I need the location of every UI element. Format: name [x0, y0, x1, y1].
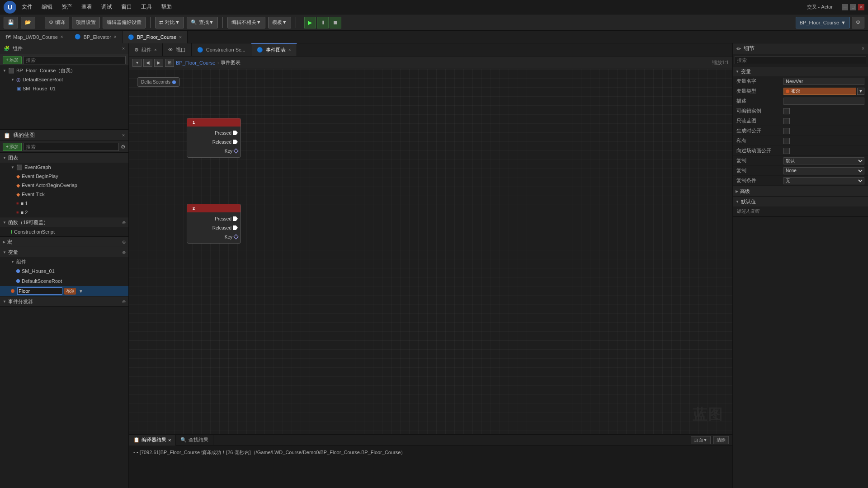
bp-settings-btn[interactable]: ⚙ — [852, 17, 864, 28]
macros-section-header[interactable]: ▶ 宏 ⊕ — [0, 237, 128, 247]
inner-tab-viewport[interactable]: 👁 视口 — [163, 43, 192, 56]
private-checkbox[interactable] — [783, 138, 790, 144]
inner-tab-construction[interactable]: 🔵 Construction Sc... — [192, 43, 251, 56]
tab-elevator-close[interactable]: × — [114, 34, 117, 39]
details-close[interactable]: × — [862, 46, 864, 51]
details-search-input[interactable] — [735, 56, 866, 64]
bp-name-dropdown[interactable]: BP_Floor_Course ▼ — [796, 17, 850, 28]
components-panel-close[interactable]: × — [122, 46, 125, 51]
vartype-select[interactable]: 布尔 — [783, 88, 856, 95]
graphs-section-header[interactable]: ▼ 图表 — [0, 153, 128, 163]
hide-unrelated-btn[interactable]: 编辑不相关▼ — [227, 17, 265, 28]
event-begin-play[interactable]: ◆ Event BeginPlay — [0, 172, 128, 181]
replication-select[interactable]: 默认 复制 — [783, 157, 864, 164]
delta-seconds-node[interactable]: Delta Seconds — [137, 77, 180, 87]
event-dispatchers-header[interactable]: ▼ 事件分发器 ⊕ — [0, 296, 128, 306]
component-bp-floor[interactable]: ▼ ⬛ BP_Floor_Course（自我） — [0, 66, 128, 75]
nav-forward-btn[interactable]: ▶ — [154, 59, 163, 67]
my-bp-search-input[interactable] — [24, 143, 119, 151]
tab-map-lwd0[interactable]: 🗺 Map_LWD0_Course × — [0, 31, 69, 43]
inner-tab-components[interactable]: ⚙ 组件 × — [129, 43, 163, 56]
event-tick[interactable]: ◆ Event Tick — [0, 190, 128, 199]
breadcrumb-bp-name[interactable]: BP_Floor_Course — [176, 60, 215, 66]
replication2-select[interactable]: None — [783, 167, 864, 174]
components-search-input[interactable] — [24, 56, 126, 64]
tab-map-close[interactable]: × — [61, 34, 63, 39]
construction-script[interactable]: f ConstructionScript — [0, 227, 128, 236]
var-floor-type-badge[interactable]: 布尔 — [64, 288, 76, 295]
variable-section-header[interactable]: ▼ 变量 — [733, 66, 868, 76]
key-node-2[interactable]: 2 Pressed Released Key — [187, 204, 241, 244]
desc-input[interactable] — [783, 98, 864, 105]
expose-spawn-checkbox[interactable] — [783, 128, 790, 134]
rep-cond-select[interactable]: 无 — [783, 177, 864, 184]
functions-add-icon[interactable]: ⊕ — [122, 220, 126, 225]
menu-view[interactable]: 查看 — [80, 2, 94, 12]
component-sm-house[interactable]: ▣ SM_House_01 — [0, 84, 128, 93]
variables-components-category[interactable]: ▼ 组件 — [0, 257, 128, 266]
event-actor-overlap[interactable]: ◆ Event ActorBeginOverlap — [0, 181, 128, 190]
default-values-header[interactable]: ▼ 默认值 — [733, 197, 868, 206]
bottom-tab-find[interactable]: 🔍 查找结果 — [176, 435, 213, 446]
my-bp-add-btn[interactable]: + 添加 — [3, 143, 22, 151]
diff-btn[interactable]: ⇄ 对比▼ — [155, 17, 184, 28]
var-sm-house[interactable]: SM_House_01 — [0, 266, 128, 276]
variables-section-header[interactable]: ▼ 变量 ⊕ — [0, 247, 128, 257]
clear-btn[interactable]: 清除 — [713, 436, 729, 444]
readonly-checkbox[interactable] — [783, 118, 790, 124]
vartype-dropdown-btn[interactable]: ▼ — [857, 88, 864, 95]
tab-bp-elevator[interactable]: 🔵 BP_Elevator × — [69, 31, 123, 43]
my-bp-settings-icon[interactable]: ⚙ — [121, 144, 126, 150]
menu-tools[interactable]: 工具 — [139, 2, 154, 12]
functions-section-header[interactable]: ▼ 函数（19可覆盖） ⊕ — [0, 217, 128, 227]
components-add-btn[interactable]: + 添加 — [3, 56, 22, 64]
key-node-1[interactable]: 1 Pressed Released Key — [187, 118, 241, 158]
compiler-tab-close[interactable]: × — [168, 437, 171, 443]
sim-template-btn[interactable]: 模板▼ — [268, 17, 291, 28]
varname-input[interactable] — [783, 78, 864, 85]
bottom-tab-compiler[interactable]: 📋 编译器结果 × — [129, 435, 176, 446]
graph-node-2[interactable]: ■ ■ 2 — [0, 208, 128, 217]
nav-home-btn[interactable]: ⊞ — [165, 59, 174, 67]
advanced-header[interactable]: ▶ 高级 — [733, 186, 868, 196]
save-toolbar-btn[interactable]: 💾 — [4, 17, 18, 28]
var-type-dropdown[interactable]: ▼ — [79, 289, 83, 294]
graph-node-1[interactable]: ■ ■ 1 — [0, 199, 128, 208]
tab-floor-close[interactable]: × — [179, 35, 182, 40]
editable-checkbox[interactable] — [783, 108, 790, 114]
menu-asset[interactable]: 资产 — [60, 2, 74, 12]
inner-tab-event-graph[interactable]: 🔵 事件图表 × — [251, 43, 297, 56]
inner-tab-event-close[interactable]: × — [288, 47, 291, 52]
my-bp-close[interactable]: × — [122, 133, 125, 138]
event-graph-item[interactable]: ▼ ⬛ EventGraph — [0, 163, 128, 172]
expose-cin-checkbox[interactable] — [783, 148, 790, 154]
blueprint-canvas[interactable]: Delta Seconds 1 Pressed Released — [129, 69, 732, 434]
stop-button[interactable]: ⏹ — [330, 17, 341, 28]
menu-debug[interactable]: 调试 — [99, 2, 114, 12]
zoom-dropdown-btn[interactable]: ▾ — [132, 59, 142, 67]
editor-prefs-btn[interactable]: 编辑器偏好设置 — [103, 17, 146, 28]
maximize-button[interactable]: □ — [850, 4, 856, 10]
close-button[interactable]: ✕ — [858, 4, 864, 10]
component-default-scene-root[interactable]: ▼ ◎ DefaultSceneRoot — [0, 75, 128, 84]
menu-help[interactable]: 帮助 — [159, 2, 174, 12]
project-settings-btn[interactable]: 项目设置 — [72, 17, 100, 28]
menu-file[interactable]: 文件 — [20, 2, 34, 12]
compile-btn[interactable]: ⚙ 编译 — [45, 17, 69, 28]
var-floor-editing[interactable]: 布尔 ▼ — [0, 286, 128, 296]
tab-bp-floor[interactable]: 🔵 BP_Floor_Course × — [123, 31, 188, 43]
var-floor-name-input[interactable] — [17, 287, 62, 295]
menu-edit[interactable]: 编辑 — [40, 2, 54, 12]
browse-btn[interactable]: 📂 — [21, 17, 35, 28]
find-btn[interactable]: 🔍 查找▼ — [187, 17, 218, 28]
variables-add-icon[interactable]: ⊕ — [122, 250, 126, 255]
inner-tab-comp-close[interactable]: × — [154, 47, 157, 52]
play-button[interactable]: ▶ — [304, 17, 316, 28]
nav-back-btn[interactable]: ◀ — [143, 59, 152, 67]
next-page-btn[interactable]: 页面▼ — [691, 436, 711, 444]
pause-button[interactable]: ⏸ — [317, 17, 329, 28]
dispatchers-add-icon[interactable]: ⊕ — [122, 299, 126, 304]
minimize-button[interactable]: ─ — [842, 4, 848, 10]
menu-window[interactable]: 窗口 — [119, 2, 134, 12]
var-default-scene[interactable]: DefaultSceneRoot — [0, 276, 128, 286]
